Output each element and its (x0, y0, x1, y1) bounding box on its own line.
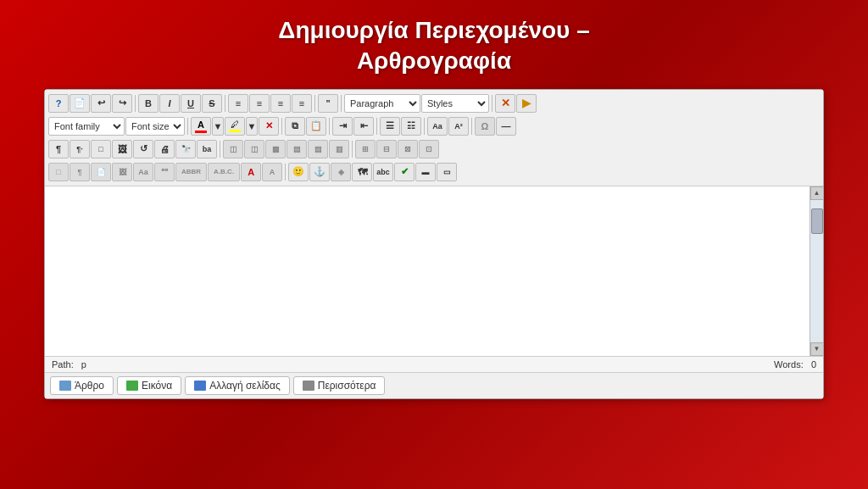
fontA2-btn[interactable]: A (262, 163, 282, 181)
allagiseli-icon (194, 381, 206, 391)
superscript-button[interactable]: A² (448, 117, 469, 136)
insert-col-after[interactable]: ◫ (244, 140, 264, 158)
special-chars-button[interactable]: Ω (475, 117, 495, 136)
strikethrough-button[interactable]: S (202, 94, 222, 113)
tab-arthro[interactable]: Άρθρο (50, 376, 114, 395)
abbr-btn[interactable]: ABBR (175, 163, 207, 181)
path-info: Path: p (52, 359, 86, 370)
highlight-button[interactable]: ▶ (516, 94, 537, 113)
perissoteras-icon (303, 381, 314, 391)
indent-decrease-button[interactable]: ⇤ (353, 117, 374, 136)
fontA-btn[interactable]: A (241, 163, 261, 181)
eraser-button[interactable]: ✕ (495, 94, 515, 113)
font-family-select[interactable]: Font family (48, 117, 125, 136)
eikona-icon (126, 381, 138, 391)
abc-btn[interactable]: A.B.C. (208, 163, 240, 181)
blockquote-button[interactable]: " (318, 94, 338, 113)
separator-11 (471, 118, 472, 135)
highlight-color-button[interactable]: 🖊 (225, 117, 245, 136)
rotate-button[interactable]: ↺ (133, 140, 153, 158)
bold-button[interactable]: B (138, 94, 159, 113)
separator-1 (135, 95, 136, 112)
replace-button[interactable]: ba (197, 140, 217, 158)
separator-9 (376, 118, 377, 135)
subscript-button[interactable]: Aa (427, 117, 448, 136)
editor-container: ? 📄 ↩ ↪ B I U S ≡ ≡ ≡ ≡ " Paragraph Styl… (44, 89, 824, 399)
scroll-down-arrow[interactable]: ▼ (810, 342, 824, 356)
template-btn[interactable]: 📄 (91, 163, 111, 181)
table-button1[interactable]: ⊞ (355, 140, 376, 158)
table-button4[interactable]: ⊡ (419, 140, 439, 158)
tab-eikona[interactable]: Εικόνα (117, 376, 181, 395)
table-button2[interactable]: ⊟ (376, 140, 397, 158)
insert-row-after[interactable]: ▤ (308, 140, 328, 158)
delete-col[interactable]: ▦ (265, 140, 286, 158)
delete-row[interactable]: ▥ (329, 140, 349, 158)
table-row1[interactable]: □ (48, 163, 69, 181)
iframe-btn[interactable]: 🖼 (112, 163, 132, 181)
check-btn[interactable]: ✔ (394, 163, 415, 181)
separator-2 (225, 95, 225, 112)
help-button[interactable]: ? (48, 94, 69, 113)
separator-14 (285, 164, 286, 181)
quote-btn[interactable]: ❝❝ (154, 163, 175, 181)
status-bar: Path: p Words: 0 (45, 356, 823, 372)
redo-button[interactable]: ↪ (112, 94, 132, 113)
separator-10 (424, 118, 425, 135)
underline-button[interactable]: U (181, 94, 201, 113)
select-all-button[interactable]: □ (91, 140, 111, 158)
hr-button[interactable]: — (496, 117, 516, 136)
styles-select[interactable]: Styles (421, 94, 489, 113)
flash-btn[interactable]: ◈ (331, 163, 351, 181)
abbr-big-btn[interactable]: Aa (133, 163, 153, 181)
tab-allagiseli[interactable]: Αλλαγή σελίδας (185, 376, 290, 395)
insert-col-before[interactable]: ◫ (223, 140, 243, 158)
remove-format-button[interactable]: ✕ (259, 117, 279, 136)
separator-13 (352, 141, 353, 158)
bottom-tabs: Άρθρο Εικόνα Αλλαγή σελίδας Περισσότερα (45, 372, 823, 398)
separator-6 (187, 118, 188, 135)
print-button[interactable]: 🖨 (154, 140, 175, 158)
word-count: Words: 0 (774, 359, 816, 370)
scroll-up-arrow[interactable]: ▲ (810, 186, 824, 200)
table-button3[interactable]: ⊠ (398, 140, 418, 158)
align-justify-button[interactable]: ≡ (292, 94, 312, 113)
show-blocks-button[interactable]: ¶ (48, 140, 69, 158)
hr2-btn[interactable]: ▬ (415, 163, 436, 181)
indent-increase-button[interactable]: ⇥ (332, 117, 353, 136)
smiley-btn[interactable]: 🙂 (288, 163, 309, 181)
copy-button[interactable]: ⧉ (285, 117, 305, 136)
unordered-list-button[interactable]: ☰ (380, 117, 400, 136)
paragraph-select[interactable]: Paragraph (344, 94, 420, 113)
spell-btn[interactable]: abc (373, 163, 393, 181)
anchor-btn[interactable]: ⚓ (309, 163, 330, 181)
new-doc-button[interactable]: 📄 (70, 94, 90, 113)
text-color-button[interactable]: A (191, 117, 211, 136)
paste-button[interactable]: 📋 (306, 117, 326, 136)
find-button[interactable]: 🔭 (175, 140, 196, 158)
editor-content[interactable] (45, 186, 810, 356)
italic-button[interactable]: I (159, 94, 180, 113)
scroll-track[interactable] (810, 200, 823, 342)
map-btn[interactable]: 🗺 (352, 163, 372, 181)
align-center-button[interactable]: ≡ (249, 94, 270, 113)
insert-row-before[interactable]: ▤ (287, 140, 307, 158)
separator-4 (341, 95, 342, 112)
page-title: Δημιουργία Περιεχομένου – Αρθρογραφία (278, 15, 589, 77)
image-button[interactable]: 🖼 (112, 140, 132, 158)
show-para[interactable]: ¶ (70, 163, 90, 181)
align-left-button[interactable]: ≡ (228, 94, 248, 113)
ordered-list-button[interactable]: ☷ (401, 117, 421, 136)
color-dropdown-button[interactable]: ▼ (212, 117, 224, 136)
nonbreaking-space-button[interactable]: ¶· (70, 140, 90, 158)
editor-area: ▲ ▼ (45, 186, 823, 356)
tab-perissoteras[interactable]: Περισσότερα (293, 376, 386, 395)
highlight-dropdown-button[interactable]: ▼ (246, 117, 258, 136)
font-size-select[interactable]: Font size (125, 117, 185, 136)
align-right-button[interactable]: ≡ (270, 94, 291, 113)
scrollbar-vertical[interactable]: ▲ ▼ (810, 186, 823, 356)
scroll-thumb (811, 208, 823, 234)
box-btn[interactable]: ▭ (437, 163, 457, 181)
toolbar-row-1: ? 📄 ↩ ↪ B I U S ≡ ≡ ≡ ≡ " Paragraph Styl… (45, 90, 823, 186)
undo-button[interactable]: ↩ (91, 94, 111, 113)
